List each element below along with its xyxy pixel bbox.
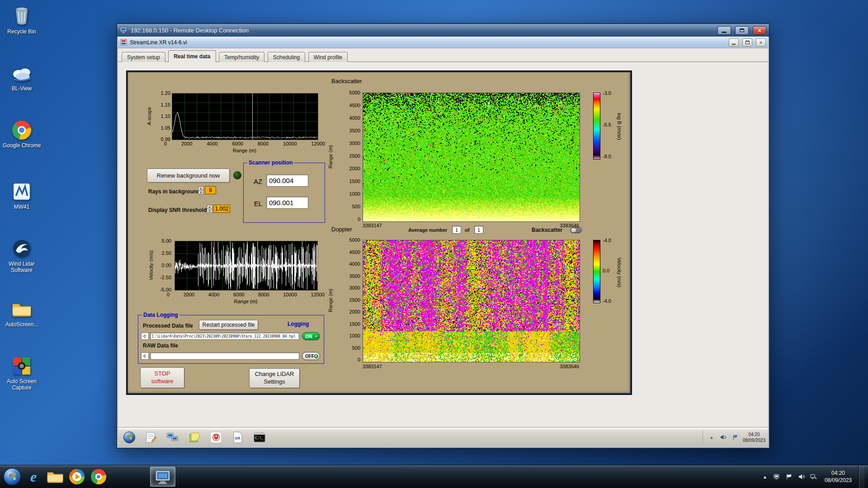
tab-system-setup[interactable]: System setup bbox=[122, 52, 165, 63]
restart-processed-file-button[interactable]: Restart processed file bbox=[199, 320, 258, 330]
backscatter-colorbar-tick: -8.0 bbox=[603, 154, 611, 159]
tray-network-icon[interactable] bbox=[810, 473, 818, 481]
mw41-icon bbox=[11, 181, 33, 202]
desktop-icon-wind-lidar[interactable]: Wind Lidar Software bbox=[1, 238, 42, 273]
ascope-x-tick: 6000 bbox=[232, 141, 243, 146]
rdp-titlebar[interactable]: 192.168.0.150 - Remote Desktop Connectio… bbox=[117, 24, 769, 37]
velocity-x-tick: 4000 bbox=[208, 292, 219, 297]
snr-spinner[interactable]: ▲▼ bbox=[207, 205, 212, 213]
desktop-icon-recycle-bin[interactable]: Recycle Bin bbox=[1, 5, 42, 35]
remote-volume-icon[interactable] bbox=[719, 433, 727, 441]
remote-start-orb[interactable] bbox=[121, 430, 138, 445]
remote-clock[interactable]: 04:20 08/09/2023 bbox=[743, 432, 765, 443]
average-count-field[interactable]: 1 bbox=[474, 226, 483, 234]
chrome-icon bbox=[91, 469, 106, 484]
spinner-up-icon[interactable]: ▲ bbox=[207, 205, 212, 209]
file-explorer-icon bbox=[47, 469, 64, 484]
backscatter-y-tick: 3000 bbox=[349, 141, 360, 146]
show-desktop-button[interactable] bbox=[859, 465, 864, 488]
ascope-x-axis-label: Range (m) bbox=[172, 148, 317, 153]
app-close-button[interactable]: × bbox=[756, 38, 766, 47]
backscatter-y-tick: 3500 bbox=[349, 128, 360, 133]
backscatter-colorbar-ticks: -3.0-5.5-8.0 bbox=[603, 90, 615, 159]
rdp-minimize-button[interactable] bbox=[717, 26, 731, 35]
desktop-icon-bl-view[interactable]: BL-View bbox=[1, 62, 42, 92]
processed-drive-badge[interactable]: C bbox=[141, 333, 149, 340]
desktop-icon-label: Google Chrome bbox=[3, 142, 41, 149]
ascope-y-tick: 1.10 bbox=[161, 113, 170, 119]
tab-scheduling[interactable]: Scheduling bbox=[268, 52, 305, 63]
rdp-maximize-button[interactable] bbox=[735, 26, 749, 35]
taskbar-clock[interactable]: 04:20 08/09/2023 bbox=[822, 469, 854, 484]
el-value-field[interactable]: 090.001 bbox=[266, 197, 308, 209]
scanner-position-title: Scanner position bbox=[247, 160, 294, 166]
taskbar-media-player[interactable] bbox=[66, 467, 88, 487]
desktop-icon-label: MW41 bbox=[14, 204, 30, 210]
average-number-field[interactable]: 1 bbox=[452, 226, 461, 234]
svg-text:C:\_: C:\_ bbox=[255, 436, 264, 440]
remote-journal-icon[interactable] bbox=[142, 430, 160, 445]
doppler-x-tick: 3383147 bbox=[363, 364, 382, 369]
bl-view-cloud-icon bbox=[11, 62, 33, 84]
remote-sticky-notes-icon[interactable] bbox=[186, 430, 203, 445]
remote-command-prompt-icon[interactable]: C:\_ bbox=[251, 430, 268, 445]
tab-real-time-data[interactable]: Real time data bbox=[168, 50, 216, 62]
desktop-icon-autoscreen-folder[interactable]: AutoScreen... bbox=[1, 298, 42, 328]
app-maximize-button[interactable] bbox=[742, 38, 752, 47]
tab-wind-profile[interactable]: Wind profile bbox=[308, 52, 348, 63]
spinner-up-icon[interactable]: ▲ bbox=[198, 187, 203, 191]
app-client-area: A-scope 1.201.151.101.050.99 02000400060… bbox=[118, 62, 768, 427]
app-minimize-button[interactable] bbox=[729, 38, 739, 47]
remote-chevron-up-icon[interactable]: ▲ bbox=[708, 433, 716, 441]
doppler-colorbar-label: Velocity (m/s) bbox=[616, 239, 622, 306]
tray-rdp-status-icon[interactable] bbox=[773, 473, 781, 481]
backscatter-y-tick: 1000 bbox=[349, 191, 360, 197]
desktop-icon-auto-screen-capture[interactable]: Auto Screen Capture bbox=[1, 355, 42, 391]
processed-logging-toggle[interactable]: ON bbox=[302, 332, 320, 340]
media-player-icon bbox=[69, 469, 85, 484]
backscatter-doppler-toggle[interactable] bbox=[570, 227, 582, 233]
doppler-y-tick: 1500 bbox=[349, 321, 360, 327]
remote-network-places-icon[interactable] bbox=[164, 430, 181, 445]
start-button[interactable] bbox=[2, 467, 23, 487]
spinner-down-icon[interactable]: ▼ bbox=[207, 209, 212, 213]
rays-spinner[interactable]: ▲▼ bbox=[198, 186, 204, 194]
spinner-down-icon[interactable]: ▼ bbox=[198, 191, 203, 194]
tray-flag-icon[interactable] bbox=[785, 473, 793, 481]
internet-explorer-icon: e bbox=[30, 469, 37, 484]
tab-temp-humidity[interactable]: Temp/humidity bbox=[219, 52, 264, 63]
rays-value-field[interactable]: 8 bbox=[205, 186, 216, 194]
remote-flag-icon[interactable] bbox=[731, 433, 739, 441]
processed-data-file-path[interactable]: C:\LidarA\Data\Proc\2023\202309\20230908… bbox=[150, 333, 299, 340]
snr-value-field[interactable]: 1.002 bbox=[213, 205, 230, 213]
doppler-colorbar-tick: 0.0 bbox=[603, 268, 609, 273]
app-titlebar[interactable]: StreamLine XR v14-6.vi × bbox=[118, 37, 768, 48]
ascope-plot-canvas bbox=[172, 93, 318, 140]
tray-chevron-up-icon[interactable]: ▲ bbox=[761, 473, 769, 481]
raw-logging-toggle[interactable]: OFF bbox=[302, 352, 320, 360]
desktop-icon-label: AutoScreen... bbox=[5, 321, 38, 328]
renew-background-button[interactable]: Renew background now bbox=[147, 169, 230, 183]
raw-drive-badge[interactable]: C bbox=[141, 352, 149, 360]
taskbar-chrome[interactable] bbox=[88, 467, 109, 487]
remote-taskbar: XR C:\_ ▲ 04:20 08/09/2023 bbox=[118, 427, 768, 447]
taskbar-internet-explorer[interactable]: e bbox=[23, 467, 44, 487]
remote-xr-document-icon[interactable]: XR bbox=[229, 430, 246, 445]
change-lidar-settings-button[interactable]: Change LiDAR Settings bbox=[249, 368, 300, 388]
remote-power-icon[interactable] bbox=[208, 430, 225, 445]
system-tray: ▲ 04:20 08/09/2023 bbox=[761, 465, 866, 488]
wind-lidar-icon bbox=[11, 238, 33, 259]
desktop-icon-mw41[interactable]: MW41 bbox=[1, 181, 42, 210]
taskbar-file-explorer[interactable] bbox=[44, 467, 66, 487]
taskbar-remote-desktop-active[interactable] bbox=[150, 467, 175, 487]
rdp-close-button[interactable]: × bbox=[753, 26, 766, 35]
desktop-icon-google-chrome[interactable]: Google Chrome bbox=[1, 119, 42, 149]
raw-data-file-path[interactable] bbox=[150, 352, 299, 360]
stop-software-button[interactable]: STOP software bbox=[140, 367, 184, 388]
chrome-icon bbox=[11, 119, 33, 141]
velocity-x-tick: 8000 bbox=[258, 292, 269, 297]
tray-volume-icon[interactable] bbox=[797, 473, 806, 481]
ascope-x-tick: 4000 bbox=[207, 141, 217, 146]
az-value-field[interactable]: 090.004 bbox=[266, 174, 308, 187]
raw-data-file-label: RAW Data file bbox=[143, 343, 178, 349]
